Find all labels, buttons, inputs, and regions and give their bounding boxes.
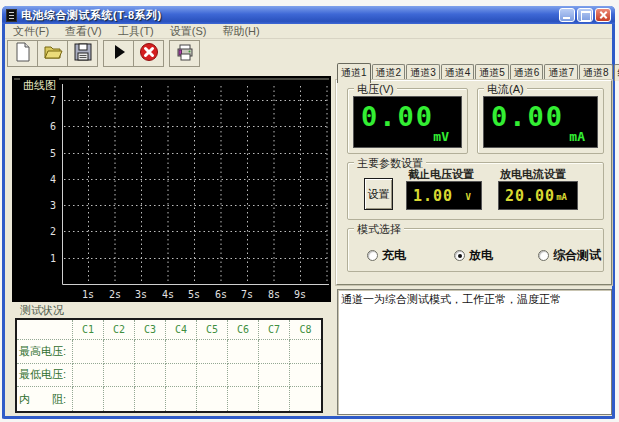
cutoff-voltage-value: 1.00 bbox=[413, 187, 453, 205]
table-cell bbox=[197, 364, 228, 388]
row-header-max-voltage: 最高电压: bbox=[17, 340, 73, 364]
y-tick: 2 bbox=[50, 226, 56, 237]
radio-charge[interactable]: 充电 bbox=[367, 247, 406, 264]
x-tick: 1s bbox=[82, 289, 94, 300]
save-button[interactable] bbox=[67, 40, 98, 67]
new-button[interactable] bbox=[7, 40, 38, 67]
table-cell bbox=[259, 387, 290, 411]
table-cell bbox=[73, 387, 104, 411]
table-cell bbox=[259, 364, 290, 388]
printer-icon bbox=[175, 42, 195, 66]
current-group: 电流(A) 0.00 mA bbox=[477, 88, 604, 154]
open-button[interactable] bbox=[37, 40, 68, 67]
menu-file[interactable]: 文件(F) bbox=[5, 24, 57, 39]
menu-bar: 文件(F) 查看(V) 工具(T) 设置(S) 帮助(H) bbox=[5, 24, 612, 39]
x-tick: 7s bbox=[241, 289, 253, 300]
voltage-value: 0.00 bbox=[361, 101, 434, 132]
x-tick: 9s bbox=[294, 289, 306, 300]
curve-chart-label: 曲线图 bbox=[20, 78, 59, 93]
start-button[interactable] bbox=[103, 40, 134, 67]
table-cell bbox=[135, 364, 166, 388]
test-status-label: 测试状况 bbox=[20, 303, 64, 318]
y-tick: 7 bbox=[50, 95, 56, 106]
test-status-table: C1 C2 C3 C4 C5 C6 C7 C8 最高电压: 最低电压: 内 阻: bbox=[15, 318, 323, 413]
print-button[interactable] bbox=[169, 40, 200, 67]
col-header-c1: C1 bbox=[73, 320, 104, 340]
channel-tabstrip: 通道1 通道2 通道3 通道4 通道5 通道6 通道7 通道8 绘图 通用 bbox=[337, 64, 612, 81]
table-cell bbox=[104, 364, 135, 388]
table-cell bbox=[166, 364, 197, 388]
app-window: 电池综合测试系统(T-8系列) 文件(F) 查看(V) 工具(T) 设置(S) … bbox=[2, 6, 615, 419]
table-cell bbox=[228, 387, 259, 411]
y-tick: 3 bbox=[50, 200, 56, 211]
y-tick: 1 bbox=[50, 253, 56, 264]
col-header-c5: C5 bbox=[197, 320, 228, 340]
menu-help[interactable]: 帮助(H) bbox=[214, 24, 267, 39]
radio-discharge[interactable]: 放电 bbox=[454, 247, 493, 264]
status-message-box[interactable]: 通道一为综合测试模式，工作正常，温度正常 bbox=[337, 289, 612, 415]
col-header-c3: C3 bbox=[135, 320, 166, 340]
title-bar[interactable]: 电池综合测试系统(T-8系列) bbox=[2, 6, 615, 24]
stop-icon bbox=[139, 42, 159, 66]
table-cell bbox=[135, 387, 166, 411]
table-cell bbox=[290, 364, 321, 388]
curve-chart-group: 曲线图 bbox=[12, 76, 331, 302]
y-tick: 5 bbox=[50, 148, 56, 159]
maximize-button[interactable] bbox=[577, 8, 593, 22]
discharge-current-unit: mA bbox=[556, 192, 567, 202]
radio-combined-test[interactable]: 综合测试 bbox=[538, 247, 601, 264]
main-params-group: 主要参数设置 设置 截止电压设置 1.00 V 放电电流设置 20.00 mA bbox=[347, 162, 604, 220]
table-cell bbox=[259, 340, 290, 364]
voltage-unit: mV bbox=[433, 129, 449, 144]
voltage-group-label: 电压(V) bbox=[354, 82, 397, 97]
current-value: 0.00 bbox=[491, 101, 564, 132]
minimize-button[interactable] bbox=[559, 8, 575, 22]
close-button[interactable] bbox=[595, 8, 611, 22]
tab-channel-3[interactable]: 通道3 bbox=[406, 64, 440, 81]
discharge-current-label: 放电电流设置 bbox=[500, 167, 566, 182]
set-button[interactable]: 设置 bbox=[364, 178, 393, 210]
x-tick: 5s bbox=[188, 289, 200, 300]
open-folder-icon bbox=[43, 42, 63, 66]
table-cell bbox=[135, 340, 166, 364]
cutoff-voltage-unit: V bbox=[466, 192, 471, 202]
x-tick: 6s bbox=[215, 289, 227, 300]
tab-draw[interactable]: 绘图 bbox=[614, 64, 619, 81]
y-tick: 6 bbox=[50, 121, 56, 132]
tab-channel-2[interactable]: 通道2 bbox=[372, 64, 406, 81]
radio-charge-label: 充电 bbox=[382, 247, 406, 264]
menu-settings[interactable]: 设置(S) bbox=[162, 24, 215, 39]
save-floppy-icon bbox=[73, 42, 93, 66]
tab-channel-5[interactable]: 通道5 bbox=[475, 64, 509, 81]
table-cell bbox=[290, 340, 321, 364]
discharge-current-display: 20.00 mA bbox=[498, 181, 578, 210]
x-tick: 2s bbox=[109, 289, 121, 300]
voltage-group: 电压(V) 0.00 mV bbox=[347, 88, 468, 154]
radio-combined-test-label: 综合测试 bbox=[553, 247, 601, 264]
curve-chart-plot: 7 6 5 4 3 2 1 1s 2s 3s 4s 5s 6s 7s bbox=[12, 76, 331, 302]
new-document-icon bbox=[13, 42, 33, 66]
x-tick: 8s bbox=[268, 289, 280, 300]
table-cell bbox=[228, 364, 259, 388]
discharge-current-value: 20.00 bbox=[505, 187, 555, 205]
table-corner-cell bbox=[17, 320, 73, 340]
row-header-min-voltage: 最低电压: bbox=[17, 364, 73, 388]
tab-channel-4[interactable]: 通道4 bbox=[441, 64, 475, 81]
play-icon bbox=[110, 43, 128, 65]
radio-circle-icon bbox=[367, 250, 378, 261]
col-header-c7: C7 bbox=[259, 320, 290, 340]
menu-view[interactable]: 查看(V) bbox=[57, 24, 110, 39]
channel-1-tabpage: 电压(V) 0.00 mV 电流(A) 0.00 mA 主要参数设置 设置 截止… bbox=[336, 80, 612, 285]
tab-channel-1[interactable]: 通道1 bbox=[337, 63, 371, 83]
radio-circle-icon bbox=[538, 250, 549, 261]
x-tick: 3s bbox=[135, 289, 147, 300]
mode-select-group-label: 模式选择 bbox=[354, 222, 404, 237]
tab-channel-8[interactable]: 通道8 bbox=[579, 64, 613, 81]
menu-tools[interactable]: 工具(T) bbox=[110, 24, 162, 39]
stop-button[interactable] bbox=[133, 40, 164, 67]
current-group-label: 电流(A) bbox=[484, 82, 527, 97]
radio-circle-icon bbox=[454, 250, 465, 261]
tab-channel-7[interactable]: 通道7 bbox=[544, 64, 578, 81]
tab-channel-6[interactable]: 通道6 bbox=[510, 64, 544, 81]
table-cell bbox=[104, 340, 135, 364]
